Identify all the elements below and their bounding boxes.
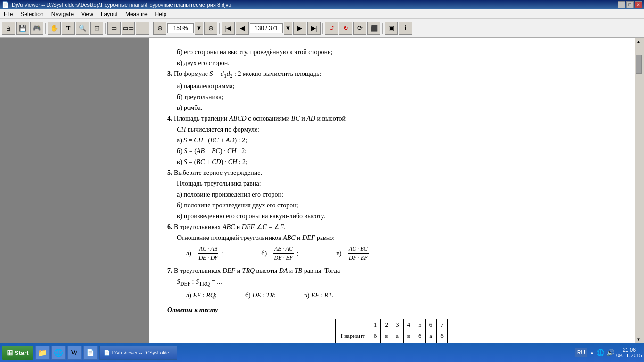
q7-v: в) EF : RT. [304,290,334,300]
document-area[interactable]: б) его стороны на высоту, проведённую к … [149,38,635,343]
rotate-right-button[interactable]: ↻ [339,22,352,35]
question-4: 4. Площадь трапеции ABCD с основаниями B… [167,114,616,123]
zoom-plus-button[interactable]: ⊕ [153,22,166,35]
gamepad-button[interactable]: 🎮 [30,22,43,35]
clock[interactable]: 21:06 09.11.2015 [616,347,642,358]
taskbar-word-button[interactable]: W [67,346,82,360]
maximize-button[interactable]: □ [626,1,634,8]
taskbar-explorer-button[interactable]: 📁 [35,346,50,360]
question-3: 3. По формуле S = d1d2 : 2 можно вычисли… [167,69,616,80]
taskbar-chrome-button[interactable]: 🌐 [51,346,66,360]
scrollbar-up-button[interactable]: ▲ [636,38,642,45]
last-page-button[interactable]: ▶| [307,22,321,35]
zoom-in-button[interactable]: 🔍 [76,22,89,35]
toolbar-sep-6 [382,23,383,34]
menu-view[interactable]: View [77,9,97,18]
menubar: File Selection Navigate View Layout Meas… [0,9,644,19]
question-7: 7. В треугольниках DEF и TRQ высоты DA и… [167,266,616,276]
q3-b: б) треугольника; [177,92,616,102]
page-dropdown-button[interactable]: ▼ [284,22,292,35]
v1-4: в [403,330,414,342]
info-button[interactable]: ℹ [399,22,412,35]
clock-date: 09.11.2015 [616,353,642,358]
taskbar-item-icon: 📄 [104,350,110,356]
prev-page-button[interactable]: ◀ [236,22,249,35]
system-tray: RU ▲ 🌐 🔊 21:06 09.11.2015 [575,347,642,358]
answers-table: 1 2 3 4 5 6 7 I вариант б в а в б [335,319,448,343]
header-5: 5 [414,319,426,330]
print-button[interactable]: 🖨 [2,22,15,35]
v1-6: а [425,330,437,342]
save-button[interactable]: 💾 [16,22,29,35]
taskbar-djvu-button[interactable]: 📄 [83,346,98,360]
minimize-button[interactable]: ─ [618,1,625,8]
left-panel [0,38,149,343]
table-header-row: 1 2 3 4 5 6 7 [336,319,448,330]
rotate-left-button[interactable]: ↺ [325,22,338,35]
v1-2: в [381,330,392,342]
taskbar-active-item[interactable]: 📄 DjVu Viewer -- D:\SysFolde... [99,346,177,360]
q5-v: в) произведению его стороны на какую-либ… [177,211,616,221]
scrollbar-panel: ▲ ▼ [635,38,644,343]
answers-section: Ответы к тесту 1 2 3 4 5 6 7 I вариант [167,305,616,343]
q3-a: а) параллелограмма; [177,81,616,91]
zoom-controls: ⊕ 150% ▼ ⊖ [153,22,217,35]
sidebyside-button[interactable]: ▭▭ [122,22,135,35]
q7-answers: а) EF : RQ; б) DE : TR; в) EF : RT. [186,290,616,300]
first-page-button[interactable]: |◀ [222,22,235,35]
taskbar: ⊞ Start 📁 🌐 W 📄 📄 DjVu Viewer -- D:\SysF… [0,343,644,362]
q6-formula-b: б) AB · AC DE · EF ; [261,245,298,262]
close-button[interactable]: ✕ [635,1,642,8]
v1-3: а [392,330,404,342]
menu-measure[interactable]: Measure [122,9,151,18]
menu-navigate[interactable]: Navigate [48,9,77,18]
page-input[interactable]: 130 / 371 [250,23,283,33]
variant1-label: I вариант [336,330,370,342]
fraction-v: AC · BC DF · EF [348,245,369,262]
menu-selection[interactable]: Selection [17,9,47,18]
q5-b: б) половине произведения двух его сторон… [177,200,616,210]
q7-sdef: SDEF : STRQ = ... [177,277,616,288]
q6-formula-a: а) AC · AB DE · DF ; [186,245,223,262]
continuous-button[interactable]: ≡ [136,22,149,35]
stop-button[interactable]: ⬛ [367,22,380,35]
toolbar-sep-4 [219,23,220,34]
zoom-dropdown-button[interactable]: ▼ [195,22,203,35]
next-page-button[interactable]: ▶ [293,22,306,35]
window-icon: 📄 [2,1,9,8]
header-6: 6 [425,319,437,330]
menu-help[interactable]: Help [151,9,171,18]
pan-button[interactable]: ✋ [48,22,61,35]
fullscreen-button[interactable]: ▣ [385,22,398,35]
window-controls: ─ □ ✕ [618,1,642,8]
start-button[interactable]: ⊞ Start [2,346,33,360]
q6-formula-v: в) AC · BC DF · EF . [336,245,373,262]
v1-7: б [437,330,448,342]
refresh-button[interactable]: ⟳ [353,22,366,35]
q4-v: в) S = (BC + CD) · CH : 2; [177,157,616,167]
toolbar-sep-5 [322,23,323,34]
text-select-button[interactable]: T [62,22,75,35]
header-2: 2 [381,319,392,330]
q4-b: б) S = (AB + BC) · CH : 2; [177,146,616,156]
scrollbar-down-button[interactable]: ▼ [636,336,642,343]
zoom-minus-button[interactable]: ⊖ [204,22,217,35]
windows-logo-icon: ⊞ [7,348,13,357]
lasso-button[interactable]: ⊡ [90,22,103,35]
toolbar: 🖨 💾 🎮 ✋ T 🔍 ⊡ ▭ ▭▭ ≡ ⊕ 150% ▼ ⊖ |◀ ◀ 130… [0,19,644,38]
v1-5: б [414,330,426,342]
single-page-button[interactable]: ▭ [107,22,121,35]
fraction-a: AC · AB DE · DF [198,245,219,262]
toolbar-sep-3 [151,23,151,34]
q6-sub: Отношение площадей треугольников ABC и D… [177,233,616,243]
table-row-variant1: I вариант б в а в б а б [336,330,448,342]
scrollbar-track: ▲ ▼ [635,38,642,343]
tray-icon-arrow[interactable]: ▲ [589,350,594,355]
scrollbar-thumb[interactable] [636,55,642,74]
line-v-sides: в) двух его сторон. [177,58,616,68]
menu-layout[interactable]: Layout [97,9,122,18]
q7-a: а) EF : RQ; [186,290,217,300]
menu-file[interactable]: File [0,9,17,18]
language-indicator[interactable]: RU [575,348,587,357]
zoom-value[interactable]: 150% [167,23,194,33]
